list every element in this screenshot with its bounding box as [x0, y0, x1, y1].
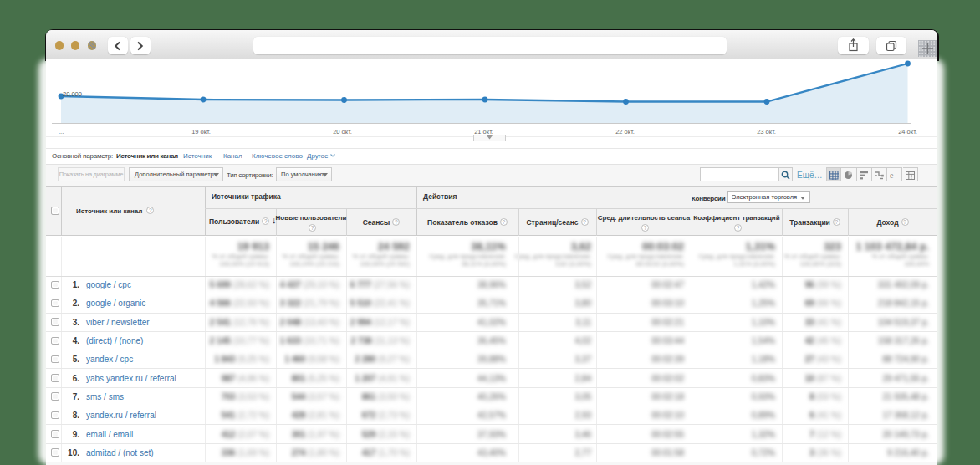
svg-text:e: e	[890, 171, 894, 180]
